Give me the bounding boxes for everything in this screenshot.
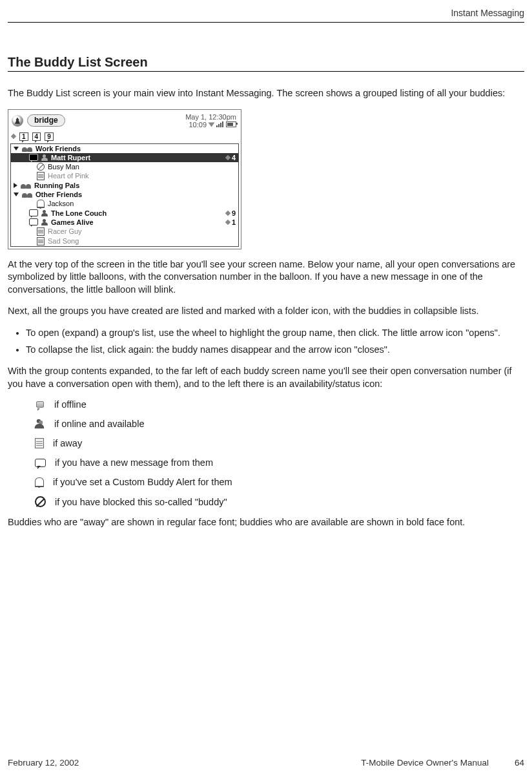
- group-header: Other Friends: [11, 190, 238, 199]
- diamond-icon: [11, 134, 16, 139]
- buddy-row: Heart of Pink: [11, 171, 238, 181]
- collapse-arrow-icon: [14, 183, 17, 188]
- group-name: Work Friends: [36, 145, 81, 152]
- online-icon: [41, 210, 48, 216]
- message-icon: [29, 154, 38, 161]
- buddy-row: Games Alive 1: [11, 218, 238, 227]
- status-datetime: May 1, 12:30pm: [185, 113, 236, 121]
- section-title: The Buddy List Screen: [8, 55, 524, 70]
- buddy-row: Busy Man: [11, 162, 238, 171]
- buddy-count: 4: [232, 154, 236, 162]
- footer-date: February 12, 2002: [8, 758, 79, 768]
- online-icon: [41, 154, 48, 161]
- buddy-name: Sad Song: [48, 237, 79, 245]
- blocked-icon: [37, 163, 45, 171]
- buddy-name: Racer Guy: [48, 227, 82, 235]
- diamond-icon: [225, 220, 230, 225]
- buddy-row: Jackson: [11, 199, 238, 209]
- conversation-balloon: 1: [19, 132, 28, 141]
- body-paragraph: At the very top of the screen in the tit…: [8, 258, 524, 297]
- offline-icon: [37, 237, 45, 246]
- instruction-item: To collapse the list, click again: the b…: [26, 344, 524, 357]
- aim-logo-icon: [12, 115, 23, 127]
- online-icon: [35, 419, 46, 429]
- away-icon: [35, 438, 44, 448]
- instruction-item: To open (expand) a group's list, use the…: [26, 327, 524, 340]
- buddy-name: Matt Rupert: [51, 154, 90, 162]
- legend-label: if you have blocked this so-called "budd…: [55, 497, 227, 507]
- body-paragraph: Next, all the groups you have created ar…: [8, 305, 524, 318]
- buddy-name: Jackson: [48, 200, 74, 207]
- body-paragraph: Buddies who are "away" are shown in regu…: [8, 516, 524, 529]
- legend-row: if offline: [35, 399, 524, 410]
- expand-arrow-icon: [14, 193, 19, 196]
- expand-arrow-icon: [14, 147, 19, 151]
- buddy-list-panel: Work Friends Matt Rupert 4 Busy Man Hear…: [10, 143, 239, 247]
- group-icon: [22, 191, 32, 198]
- buddy-name: Busy Man: [48, 163, 79, 171]
- diamond-icon: [225, 211, 230, 216]
- conversation-balloon: 9: [45, 132, 54, 141]
- buddy-count: 1: [232, 218, 236, 226]
- page-footer: February 12, 2002 T-Mobile Device Owner'…: [8, 758, 524, 768]
- chapter-label: Instant Messaging: [8, 8, 524, 18]
- group-icon: [21, 182, 31, 189]
- section-rule: [8, 71, 524, 72]
- buddy-row: The Lone Couch 9: [11, 209, 238, 218]
- legend-row: if you have a new message from them: [35, 457, 524, 468]
- buddy-count: 9: [232, 209, 236, 217]
- header-rule: [8, 22, 524, 23]
- group-name: Running Pals: [34, 182, 79, 189]
- legend-row: if online and available: [35, 419, 524, 429]
- legend-label: if you've set a Custom Buddy Alert for t…: [53, 477, 232, 487]
- group-icon: [22, 145, 32, 152]
- online-icon: [41, 219, 48, 225]
- footer-page-number: 64: [515, 758, 524, 768]
- buddy-list-screenshot: bridge May 1, 12:30pm 10:09 1 4 9: [8, 109, 241, 249]
- footer-doc-title: T-Mobile Device Owner's Manual: [361, 758, 489, 768]
- status-icon-legend: if offline if online and available if aw…: [35, 399, 524, 507]
- legend-label: if online and available: [54, 419, 144, 429]
- alert-icon: [35, 477, 44, 487]
- buddy-row: Racer Guy: [11, 227, 238, 236]
- group-name: Other Friends: [36, 191, 82, 198]
- legend-row: if you have blocked this so-called "budd…: [35, 496, 524, 507]
- intro-paragraph: The Buddy List screen is your main view …: [8, 87, 524, 100]
- legend-row: if you've set a Custom Buddy Alert for t…: [35, 477, 524, 487]
- buddy-name: Heart of Pink: [48, 172, 89, 180]
- group-header: Running Pals: [11, 181, 238, 190]
- diamond-icon: [225, 155, 230, 160]
- screen-name-pill: bridge: [27, 114, 65, 127]
- alert-icon: [37, 200, 45, 208]
- signal-bars-icon: [216, 121, 223, 127]
- offline-icon: [37, 172, 45, 180]
- buddy-name: Games Alive: [51, 218, 94, 226]
- legend-row: if away: [35, 438, 524, 448]
- instruction-list: To open (expand) a group's list, use the…: [8, 327, 524, 356]
- offline-icon: [37, 227, 45, 236]
- buddy-row-selected: Matt Rupert 4: [11, 153, 238, 162]
- battery-icon: [226, 121, 236, 127]
- legend-label: if offline: [54, 399, 87, 410]
- message-icon: [29, 209, 38, 216]
- buddy-name: The Lone Couch: [51, 209, 107, 217]
- message-icon: [29, 218, 38, 225]
- group-header: Work Friends: [11, 144, 238, 153]
- buddy-row: Sad Song: [11, 236, 238, 246]
- signal-direction-icon: [209, 122, 215, 127]
- body-paragraph: With the group contents expanded, to the…: [8, 365, 524, 390]
- legend-label: if you have a new message from them: [55, 457, 213, 468]
- status-bar: May 1, 12:30pm 10:09: [185, 113, 236, 129]
- offline-icon: [35, 400, 45, 409]
- blocked-icon: [35, 496, 46, 507]
- legend-label: if away: [53, 438, 82, 448]
- new-message-icon: [35, 459, 46, 467]
- open-conversations-row: 1 4 9: [10, 131, 239, 143]
- conversation-balloon: 4: [32, 132, 41, 141]
- status-clock: 10:09: [189, 121, 207, 129]
